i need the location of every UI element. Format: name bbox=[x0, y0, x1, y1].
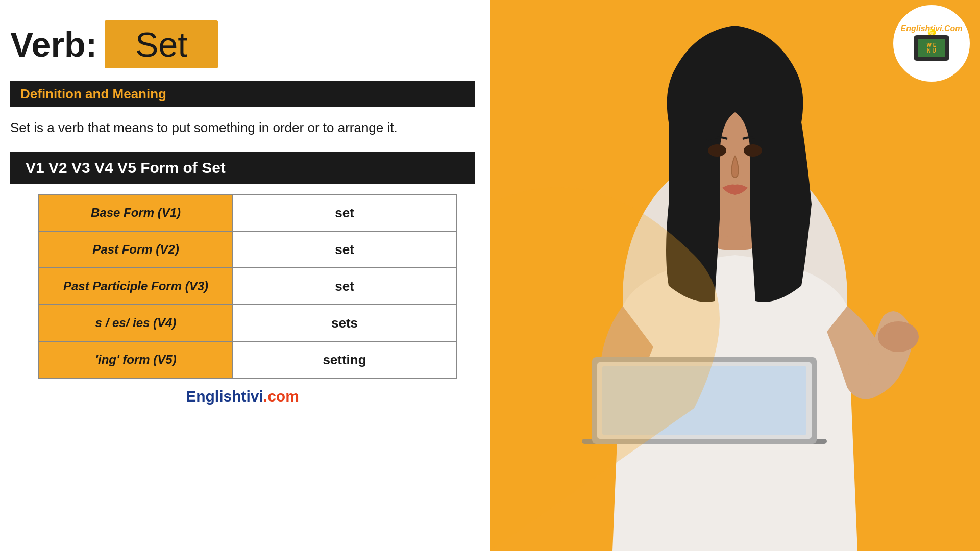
logo-inner: Englishtivi.Com 💡 W EN U bbox=[901, 24, 963, 63]
description-text: Set is a verb that means to put somethin… bbox=[10, 118, 475, 137]
definition-bar: Definition and Meaning bbox=[10, 81, 475, 107]
logo-tv-text: W EN U bbox=[927, 42, 937, 54]
forms-bar-text: V1 V2 V3 V4 V5 Form of Set bbox=[26, 159, 226, 176]
form-value-cell: set bbox=[233, 194, 456, 231]
svg-point-4 bbox=[744, 144, 762, 157]
svg-point-3 bbox=[708, 144, 726, 157]
logo-circle: Englishtivi.Com 💡 W EN U bbox=[893, 5, 970, 82]
footer-brand-orange: .com bbox=[263, 388, 299, 405]
logo-tv: W EN U bbox=[914, 35, 949, 61]
verb-word: Set bbox=[135, 25, 187, 64]
footer-brand: Englishtivi.com bbox=[10, 388, 475, 405]
form-value-cell: set bbox=[233, 268, 456, 305]
form-label-cell: 'ing' form (V5) bbox=[39, 341, 233, 378]
footer-brand-blue: Englishtivi bbox=[186, 388, 263, 405]
table-row: Past Form (V2) set bbox=[39, 231, 456, 268]
form-label-cell: Past Form (V2) bbox=[39, 231, 233, 268]
svg-point-5 bbox=[878, 321, 919, 352]
verb-heading: Verb: Set bbox=[10, 20, 475, 68]
definition-bar-text: Definition and Meaning bbox=[20, 86, 166, 102]
verb-label: Verb: bbox=[10, 24, 97, 64]
form-label-cell: Base Form (V1) bbox=[39, 194, 233, 231]
forms-bar: V1 V2 V3 V4 V5 Form of Set bbox=[10, 152, 475, 184]
form-value-cell: setting bbox=[233, 341, 456, 378]
table-row: s / es/ ies (V4) sets bbox=[39, 305, 456, 341]
person-image bbox=[490, 0, 980, 551]
form-value-cell: sets bbox=[233, 305, 456, 341]
verb-forms-table: Base Form (V1) set Past Form (V2) set Pa… bbox=[38, 194, 457, 379]
content-area: Verb: Set Definition and Meaning Set is … bbox=[0, 0, 490, 551]
form-label-cell: s / es/ ies (V4) bbox=[39, 305, 233, 341]
logo-tv-screen: W EN U bbox=[918, 39, 945, 57]
right-area: Englishtivi.Com 💡 W EN U bbox=[490, 0, 980, 551]
table-row: Base Form (V1) set bbox=[39, 194, 456, 231]
table-row: 'ing' form (V5) setting bbox=[39, 341, 456, 378]
verb-word-box: Set bbox=[105, 20, 218, 68]
table-row: Past Participle Form (V3) set bbox=[39, 268, 456, 305]
form-value-cell: set bbox=[233, 231, 456, 268]
form-label-cell: Past Participle Form (V3) bbox=[39, 268, 233, 305]
